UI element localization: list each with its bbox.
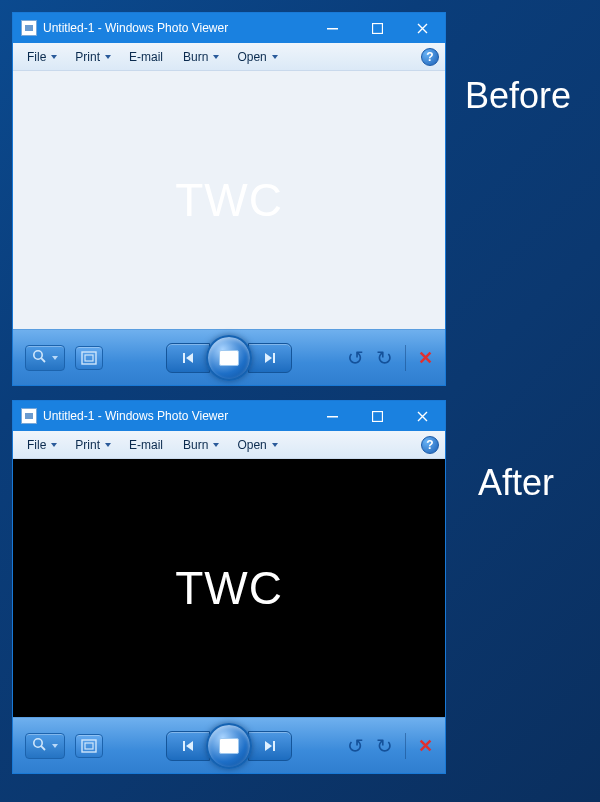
menu-email-label: E-mail: [129, 50, 163, 64]
menu-burn-label: Burn: [183, 438, 208, 452]
toolbar-left: [25, 345, 103, 371]
svg-rect-14: [82, 740, 96, 752]
window-controls: [310, 401, 445, 431]
svg-line-13: [41, 746, 45, 750]
svg-rect-4: [82, 352, 96, 364]
menu-file[interactable]: File: [19, 434, 65, 456]
canvas-text: TWC: [175, 173, 283, 227]
close-button[interactable]: [400, 401, 445, 431]
svg-point-2: [34, 350, 42, 358]
slideshow-icon: [219, 350, 239, 366]
slideshow-button[interactable]: [206, 335, 252, 381]
svg-rect-1: [373, 23, 383, 33]
menu-open[interactable]: Open: [229, 46, 285, 68]
toolbar-right: ↺ ↻ ✕: [347, 345, 433, 371]
label-before: Before: [465, 75, 571, 117]
menu-open-label: Open: [237, 438, 266, 452]
magnifier-icon: [32, 349, 46, 367]
image-canvas: TWC: [13, 71, 445, 329]
nav-cluster: [166, 723, 292, 769]
svg-rect-10: [327, 416, 338, 418]
rotate-ccw-button[interactable]: ↺: [347, 346, 364, 370]
menu-print[interactable]: Print: [67, 46, 119, 68]
chevron-down-icon: [52, 744, 58, 748]
svg-rect-9: [273, 353, 275, 363]
menu-email-label: E-mail: [129, 438, 163, 452]
help-button[interactable]: ?: [421, 48, 439, 66]
svg-rect-19: [273, 741, 275, 751]
menu-file-label: File: [27, 50, 46, 64]
divider: [405, 733, 406, 759]
chevron-down-icon: [51, 443, 57, 447]
svg-marker-17: [186, 741, 193, 751]
next-button[interactable]: [248, 731, 292, 761]
rotate-ccw-button[interactable]: ↺: [347, 734, 364, 758]
divider: [405, 345, 406, 371]
toolbar-left: [25, 733, 103, 759]
chevron-down-icon: [51, 55, 57, 59]
toolbar: ↺ ↻ ✕: [13, 329, 445, 385]
zoom-control[interactable]: [25, 345, 65, 371]
titlebar[interactable]: Untitled-1 - Windows Photo Viewer: [13, 13, 445, 43]
fit-icon: [81, 351, 97, 365]
chevron-down-icon: [105, 55, 111, 59]
slideshow-button[interactable]: [206, 723, 252, 769]
previous-button[interactable]: [166, 731, 210, 761]
svg-line-3: [41, 358, 45, 362]
minimize-button[interactable]: [310, 13, 355, 43]
close-button[interactable]: [400, 13, 445, 43]
titlebar[interactable]: Untitled-1 - Windows Photo Viewer: [13, 401, 445, 431]
nav-cluster: [166, 335, 292, 381]
fit-to-window-button[interactable]: [75, 734, 103, 758]
svg-point-12: [34, 738, 42, 746]
menu-print-label: Print: [75, 438, 100, 452]
menu-file-label: File: [27, 438, 46, 452]
menu-open[interactable]: Open: [229, 434, 285, 456]
svg-marker-7: [186, 353, 193, 363]
help-button[interactable]: ?: [421, 436, 439, 454]
menu-burn[interactable]: Burn: [175, 46, 227, 68]
chevron-down-icon: [272, 443, 278, 447]
menu-email[interactable]: E-mail: [121, 434, 173, 456]
app-icon: [21, 20, 37, 36]
delete-button[interactable]: ✕: [418, 735, 433, 757]
delete-button[interactable]: ✕: [418, 347, 433, 369]
toolbar-right: ↺ ↻ ✕: [347, 733, 433, 759]
menu-open-label: Open: [237, 50, 266, 64]
svg-rect-16: [183, 741, 185, 751]
menubar: File Print E-mail Burn Open ?: [13, 431, 445, 459]
previous-button[interactable]: [166, 343, 210, 373]
menu-burn[interactable]: Burn: [175, 434, 227, 456]
svg-rect-5: [85, 355, 93, 361]
menu-email[interactable]: E-mail: [121, 46, 173, 68]
canvas-text: TWC: [175, 561, 283, 615]
fit-to-window-button[interactable]: [75, 346, 103, 370]
toolbar: ↺ ↻ ✕: [13, 717, 445, 773]
window-title: Untitled-1 - Windows Photo Viewer: [43, 409, 228, 423]
minimize-button[interactable]: [310, 401, 355, 431]
window-controls: [310, 13, 445, 43]
menu-file[interactable]: File: [19, 46, 65, 68]
photo-viewer-window-after: Untitled-1 - Windows Photo Viewer File P…: [12, 400, 446, 774]
app-icon: [21, 408, 37, 424]
menu-burn-label: Burn: [183, 50, 208, 64]
next-button[interactable]: [248, 343, 292, 373]
maximize-button[interactable]: [355, 13, 400, 43]
menu-print[interactable]: Print: [67, 434, 119, 456]
svg-rect-15: [85, 743, 93, 749]
svg-rect-11: [373, 411, 383, 421]
menu-print-label: Print: [75, 50, 100, 64]
photo-viewer-window-before: Untitled-1 - Windows Photo Viewer File P…: [12, 12, 446, 386]
slideshow-icon: [219, 738, 239, 754]
image-canvas: TWC: [13, 459, 445, 717]
maximize-button[interactable]: [355, 401, 400, 431]
svg-rect-0: [327, 28, 338, 30]
window-title: Untitled-1 - Windows Photo Viewer: [43, 21, 228, 35]
chevron-down-icon: [213, 443, 219, 447]
magnifier-icon: [32, 737, 46, 755]
rotate-cw-button[interactable]: ↻: [376, 734, 393, 758]
svg-marker-18: [265, 741, 272, 751]
rotate-cw-button[interactable]: ↻: [376, 346, 393, 370]
chevron-down-icon: [272, 55, 278, 59]
zoom-control[interactable]: [25, 733, 65, 759]
